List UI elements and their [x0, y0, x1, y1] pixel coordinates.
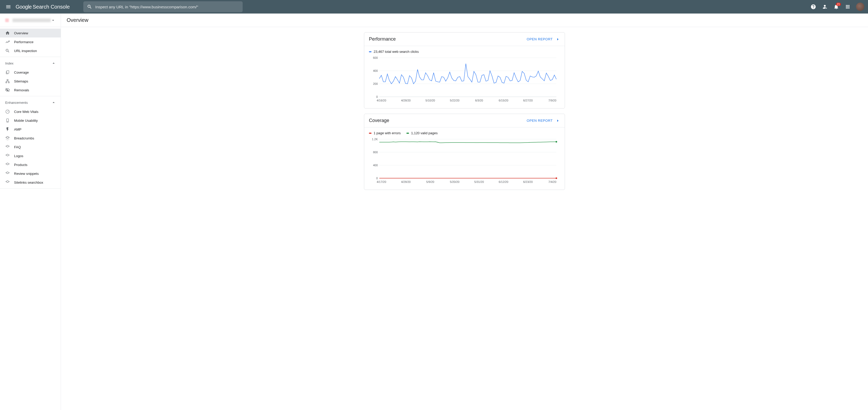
logo-product-text: Search Console [33, 4, 70, 10]
coverage-open-report[interactable]: OPEN REPORT [527, 118, 560, 123]
chevron-right-icon [555, 118, 560, 123]
svg-rect-0 [7, 70, 9, 73]
search-icon [5, 48, 10, 53]
layers-icon [5, 145, 10, 149]
chevron-up-icon [51, 100, 56, 105]
sidebar-item-review-snippets[interactable]: Review snippets [0, 169, 61, 178]
svg-text:6/27/20: 6/27/20 [523, 99, 533, 102]
layers-icon [5, 162, 10, 167]
performance-card-title: Performance [369, 36, 396, 42]
svg-point-6 [7, 122, 8, 122]
open-report-label: OPEN REPORT [527, 37, 553, 41]
sidebar-section-index[interactable]: Index [0, 59, 61, 68]
layers-icon [5, 171, 10, 176]
apps-grid-icon [845, 4, 850, 9]
speed-icon [5, 109, 10, 114]
section-label: Index [5, 61, 13, 65]
sidebar-item-url-inspection[interactable]: URL inspection [0, 46, 61, 55]
menu-button[interactable] [2, 1, 14, 13]
legend-swatch-blue [369, 51, 372, 52]
sidebar-item-overview[interactable]: Overview [0, 29, 61, 37]
sidebar-item-products[interactable]: Products [0, 160, 61, 169]
sidebar-item-label: AMP [14, 128, 21, 131]
sidebar-item-label: FAQ [14, 145, 21, 149]
sidebar-item-sitemaps[interactable]: Sitemaps [0, 77, 61, 86]
sidebar-item-sitelinks-searchbox[interactable]: Sitelinks searchbox [0, 178, 61, 187]
svg-text:4/28/20: 4/28/20 [401, 99, 410, 102]
svg-text:5/10/20: 5/10/20 [426, 99, 435, 102]
sidebar-item-label: Review snippets [14, 172, 39, 176]
property-selector[interactable] [0, 13, 61, 27]
sitemap-icon [5, 79, 10, 83]
coverage-legend-errors: 1 page with errors [369, 131, 401, 135]
legend-swatch-red [369, 133, 372, 134]
sidebar-item-mobile-usability[interactable]: Mobile Usability [0, 116, 61, 125]
help-icon [810, 4, 816, 10]
performance-chart: 02004006004/16/204/28/205/10/205/22/206/… [369, 56, 560, 104]
coverage-card-title: Coverage [369, 118, 389, 123]
sidebar-item-faq[interactable]: FAQ [0, 143, 61, 151]
svg-text:200: 200 [373, 82, 378, 85]
sidebar-item-label: Core Web Vitals [14, 110, 38, 114]
legend-text: 23,467 total web search clicks [374, 50, 418, 54]
svg-text:7/4/20: 7/4/20 [548, 180, 556, 183]
sidebar-item-breadcrumbs[interactable]: Breadcrumbs [0, 134, 61, 143]
performance-card: Performance OPEN REPORT 23,467 total web… [364, 32, 565, 108]
sidebar-item-coverage[interactable]: Coverage [0, 68, 61, 77]
svg-text:6/15/20: 6/15/20 [499, 99, 508, 102]
svg-text:4/28/20: 4/28/20 [401, 180, 410, 183]
header-actions: 21 [808, 2, 866, 12]
svg-text:7/9/20: 7/9/20 [548, 99, 556, 102]
app-header: Google Search Console 21 [0, 0, 868, 13]
legend-swatch-green [406, 133, 409, 134]
performance-open-report[interactable]: OPEN REPORT [527, 37, 560, 42]
home-icon [5, 31, 10, 35]
legend-text: 1,120 valid pages [411, 131, 438, 135]
logo-google-text: Google [16, 4, 32, 10]
svg-rect-2 [6, 82, 7, 83]
app-logo: Google Search Console [16, 4, 70, 10]
sidebar-item-label: Removals [14, 88, 29, 92]
help-button[interactable] [808, 2, 818, 12]
property-name-obscured [12, 19, 51, 22]
svg-text:0: 0 [376, 95, 378, 98]
account-avatar[interactable] [856, 3, 864, 11]
users-button[interactable] [819, 2, 830, 12]
apps-button[interactable] [842, 2, 853, 12]
sidebar-section-enhancements[interactable]: Enhancements [0, 98, 61, 107]
sidebar-item-removals[interactable]: Removals [0, 86, 61, 95]
svg-rect-3 [8, 82, 9, 83]
notifications-button[interactable]: 21 [831, 2, 841, 12]
url-inspect-input[interactable] [95, 5, 239, 9]
svg-text:800: 800 [373, 150, 378, 154]
page-title: Overview [61, 13, 868, 27]
mobile-icon [5, 118, 10, 123]
nav-divider [0, 96, 61, 96]
svg-point-39 [556, 177, 557, 179]
svg-text:5/22/20: 5/22/20 [450, 99, 460, 102]
legend-text: 1 page with errors [374, 131, 401, 135]
svg-text:5/9/20: 5/9/20 [426, 180, 434, 183]
sidebar-item-logos[interactable]: Logos [0, 151, 61, 160]
svg-text:6/12/20: 6/12/20 [499, 180, 508, 183]
svg-text:5/31/20: 5/31/20 [474, 180, 484, 183]
svg-text:600: 600 [373, 56, 378, 59]
sidebar-item-label: Sitemaps [14, 79, 28, 83]
svg-text:5/20/20: 5/20/20 [450, 180, 460, 183]
visibility-off-icon [5, 88, 10, 92]
url-inspect-searchbar[interactable] [83, 1, 243, 12]
trend-icon [5, 39, 10, 44]
section-label: Enhancements [5, 101, 28, 105]
svg-text:400: 400 [373, 69, 378, 72]
layers-icon [5, 153, 10, 158]
sidebar-item-core-web-vitals[interactable]: Core Web Vitals [0, 107, 61, 116]
sidebar-item-label: Mobile Usability [14, 118, 38, 123]
nav-divider [0, 57, 61, 57]
search-icon [87, 4, 92, 9]
sidebar-item-label: Overview [14, 31, 28, 35]
sidebar-item-performance[interactable]: Performance [0, 37, 61, 46]
notifications-badge: 21 [836, 3, 841, 6]
svg-text:400: 400 [373, 164, 378, 167]
sidebar-item-amp[interactable]: AMP [0, 125, 61, 134]
chevron-down-icon [51, 18, 56, 23]
